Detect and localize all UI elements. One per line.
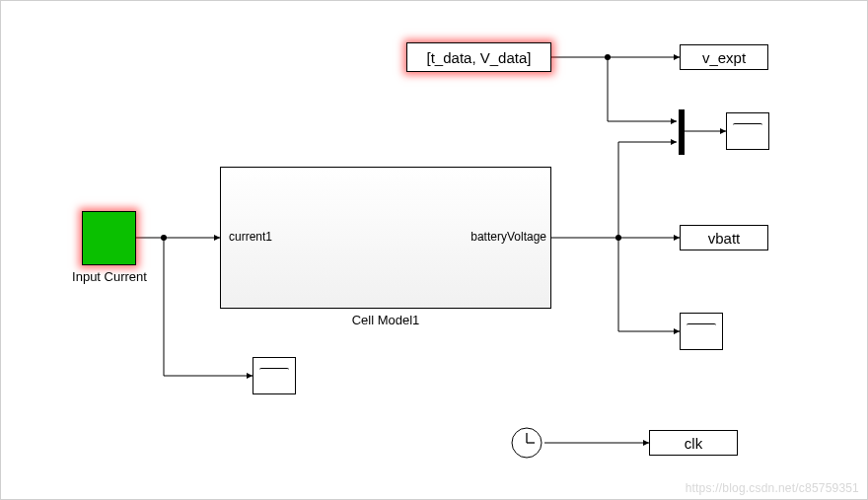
svg-point-6 bbox=[605, 54, 611, 60]
vbatt-block[interactable]: vbatt bbox=[680, 225, 768, 250]
clk-text: clk bbox=[685, 435, 702, 452]
scope-vbatt-screen-icon bbox=[687, 323, 716, 343]
from-workspace-text: [t_data, V_data] bbox=[427, 49, 532, 66]
svg-point-11 bbox=[615, 235, 621, 241]
cell-model-out1-label: batteryVoltage bbox=[462, 230, 546, 244]
scope-input-screen-icon bbox=[259, 368, 289, 388]
watermark-text: https://blog.csdn.net/c85759351 bbox=[686, 481, 859, 495]
svg-point-1 bbox=[161, 235, 167, 241]
cell-model-in1-label: current1 bbox=[229, 230, 272, 244]
diagram-canvas: Input Current [t_data, V_data] current1 … bbox=[0, 0, 868, 500]
scope-merged-screen-icon bbox=[733, 123, 762, 143]
vbatt-text: vbatt bbox=[708, 230, 741, 247]
clk-block[interactable]: clk bbox=[649, 430, 738, 456]
scope-input-block[interactable] bbox=[253, 357, 296, 394]
v-expt-text: v_expt bbox=[702, 49, 746, 66]
v-expt-block[interactable]: v_expt bbox=[680, 44, 768, 70]
scope-merged-block[interactable] bbox=[726, 112, 769, 150]
clock-block[interactable] bbox=[509, 425, 544, 461]
mux-block[interactable] bbox=[679, 109, 685, 155]
from-workspace-block[interactable]: [t_data, V_data] bbox=[406, 42, 551, 72]
cell-model-label: Cell Model1 bbox=[220, 313, 551, 327]
scope-vbatt-block[interactable] bbox=[680, 313, 723, 350]
input-current-label: Input Current bbox=[55, 269, 164, 284]
input-current-block[interactable] bbox=[82, 211, 136, 265]
